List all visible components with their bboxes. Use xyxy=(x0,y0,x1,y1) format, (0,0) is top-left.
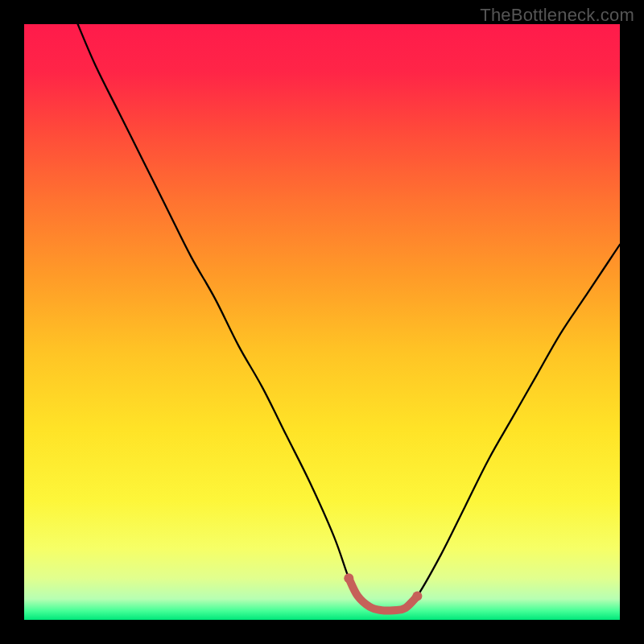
plot-area xyxy=(24,24,620,620)
chart-frame: TheBottleneck.com xyxy=(0,0,644,644)
optimal-region-marker xyxy=(349,578,417,610)
bottleneck-curve xyxy=(78,24,620,611)
curve-layer xyxy=(24,24,620,620)
optimal-region-dot-right xyxy=(412,591,422,601)
optimal-region-dot-left xyxy=(344,573,353,583)
watermark-text: TheBottleneck.com xyxy=(480,5,634,26)
